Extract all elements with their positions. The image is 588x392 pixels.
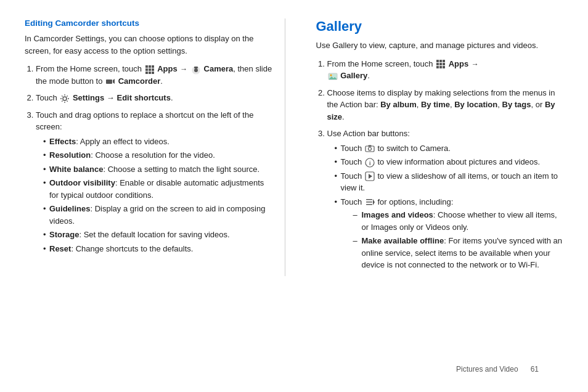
option-offline: Make available offline: For items you've… bbox=[353, 235, 564, 271]
svg-rect-17 bbox=[443, 60, 445, 62]
gallery-label: Gallery bbox=[340, 71, 367, 80]
menu-options-list: Images and videos: Choose whether to vie… bbox=[341, 209, 564, 271]
left-section-title: Editing Camcorder shortcuts bbox=[25, 18, 272, 28]
info-action-icon: i bbox=[365, 158, 375, 168]
option-outdoor-visibility: Outdoor visibility: Enable or disable au… bbox=[43, 177, 272, 201]
right-step-1: From the Home screen, touch bbox=[327, 58, 564, 82]
camera-icon-left bbox=[191, 65, 201, 75]
arrow-right-1: → bbox=[472, 60, 479, 68]
left-step-1: From the Home screen, touch bbox=[36, 63, 272, 87]
apps-icon-right-1 bbox=[436, 59, 446, 69]
footer-section: Pictures and Video bbox=[456, 365, 518, 374]
svg-rect-29 bbox=[368, 145, 371, 147]
left-steps: From the Home screen, touch bbox=[25, 63, 272, 255]
apps-icon-left-1 bbox=[145, 65, 155, 75]
action-bar-list: Touch to switch to Camera. bbox=[327, 142, 564, 271]
svg-rect-3 bbox=[145, 68, 148, 71]
svg-rect-1 bbox=[149, 65, 151, 68]
svg-rect-12 bbox=[106, 80, 112, 84]
camera-label: Camera bbox=[204, 64, 234, 73]
camera-action-icon bbox=[365, 144, 375, 153]
svg-marker-37 bbox=[373, 199, 375, 205]
action-menu: Touch for options, including: bbox=[335, 196, 564, 271]
arrow-left-1: → bbox=[180, 65, 187, 73]
play-action-icon bbox=[365, 171, 375, 181]
svg-point-10 bbox=[194, 68, 198, 72]
svg-point-25 bbox=[330, 74, 332, 76]
action-camera: Touch to switch to Camera. bbox=[335, 142, 564, 155]
right-step-3: Use Action bar buttons: Touch bbox=[327, 128, 564, 271]
gallery-icon bbox=[328, 71, 338, 81]
svg-point-28 bbox=[368, 147, 371, 150]
svg-rect-20 bbox=[443, 63, 445, 65]
left-step-2: Touch Settings → Edit shortcuts. bbox=[36, 92, 272, 104]
footer-page: 61 bbox=[531, 365, 539, 374]
option-white-balance: White balance: Choose a setting to match… bbox=[43, 163, 272, 176]
svg-text:i: i bbox=[369, 160, 371, 166]
gallery-title: Gallery bbox=[316, 18, 564, 35]
svg-marker-13 bbox=[113, 79, 115, 84]
right-steps: From the Home screen, touch bbox=[316, 58, 564, 271]
right-column: Gallery Use Gallery to view, capture, an… bbox=[310, 18, 564, 276]
svg-rect-18 bbox=[436, 63, 439, 65]
svg-rect-34 bbox=[366, 199, 372, 200]
svg-rect-27 bbox=[365, 146, 374, 152]
action-play: Touch to view a slideshow of all items, … bbox=[335, 170, 564, 194]
settings-icon bbox=[60, 94, 70, 104]
svg-rect-8 bbox=[152, 71, 154, 74]
svg-rect-21 bbox=[436, 66, 439, 68]
options-list: Effects: Apply an effect to videos. Reso… bbox=[36, 136, 272, 255]
svg-rect-5 bbox=[152, 68, 154, 71]
svg-rect-23 bbox=[443, 66, 445, 68]
edit-shortcuts-label: Edit shortcuts bbox=[116, 93, 170, 102]
svg-rect-16 bbox=[439, 60, 442, 62]
action-info: Touch i to view information about pictur… bbox=[335, 156, 564, 168]
svg-rect-6 bbox=[145, 71, 148, 74]
camcorder-icon bbox=[105, 76, 115, 86]
footer: Pictures and Video 61 bbox=[456, 365, 539, 374]
option-storage: Storage: Set the default location for sa… bbox=[43, 229, 272, 241]
svg-rect-11 bbox=[194, 67, 198, 68]
settings-label: Settings bbox=[73, 93, 104, 102]
svg-rect-22 bbox=[439, 66, 442, 68]
svg-marker-33 bbox=[369, 174, 372, 179]
apps-label-right-1: Apps bbox=[449, 59, 469, 68]
option-images-videos: Images and videos: Choose whether to vie… bbox=[353, 209, 564, 233]
left-column: Editing Camcorder shortcuts In Camcorder… bbox=[25, 18, 285, 276]
svg-rect-15 bbox=[436, 60, 439, 62]
svg-rect-2 bbox=[152, 65, 154, 68]
right-step-2: Choose items to display by making select… bbox=[327, 87, 564, 123]
left-intro: In Camcorder Settings, you can choose op… bbox=[25, 33, 272, 57]
option-resolution: Resolution: Choose a resolution for the … bbox=[43, 149, 272, 161]
option-reset: Reset: Change shortcuts to the defaults. bbox=[43, 243, 272, 255]
page-wrapper: Editing Camcorder shortcuts In Camcorder… bbox=[25, 18, 563, 386]
svg-rect-19 bbox=[439, 63, 442, 65]
svg-rect-0 bbox=[145, 65, 148, 68]
svg-rect-35 bbox=[366, 202, 372, 203]
option-effects: Effects: Apply an effect to videos. bbox=[43, 136, 272, 148]
option-guidelines: Guidelines: Display a grid on the screen… bbox=[43, 203, 272, 227]
right-intro: Use Gallery to view, capture, and manage… bbox=[316, 39, 564, 52]
svg-rect-4 bbox=[149, 68, 151, 71]
svg-rect-7 bbox=[149, 71, 151, 74]
camcorder-label: Camcorder bbox=[118, 76, 161, 86]
svg-rect-36 bbox=[366, 204, 372, 205]
menu-action-icon bbox=[365, 197, 375, 207]
left-step-3: Touch and drag options to replace a shor… bbox=[36, 109, 272, 255]
apps-label-left-1: Apps bbox=[157, 64, 178, 73]
two-column-layout: Editing Camcorder shortcuts In Camcorder… bbox=[25, 18, 563, 276]
svg-point-14 bbox=[63, 97, 67, 100]
